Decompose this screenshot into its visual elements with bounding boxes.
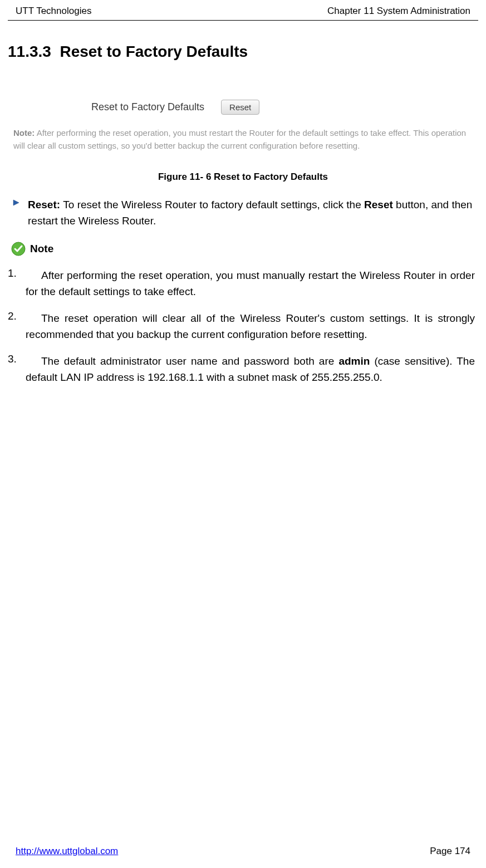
note-heading-row: Note bbox=[8, 242, 478, 256]
reset-label: Reset to Factory Defaults bbox=[91, 101, 204, 113]
note-label: Note bbox=[30, 243, 53, 255]
footer-link[interactable]: http://www.uttglobal.com bbox=[16, 846, 118, 857]
list-item: 1. After performing the reset operation,… bbox=[8, 267, 478, 300]
svg-marker-0 bbox=[13, 200, 19, 205]
header-divider bbox=[8, 20, 478, 21]
page-header: UTT Technologies Chapter 11 System Admin… bbox=[0, 0, 486, 20]
list-item: 2. The reset operation will clear all of… bbox=[8, 310, 478, 343]
embedded-screenshot: Reset to Factory Defaults Reset Note: Af… bbox=[8, 77, 478, 152]
screenshot-note: Note: After performing the reset operati… bbox=[13, 127, 473, 152]
page-number: Page 174 bbox=[430, 846, 470, 857]
bullet-t1: To reset the Wireless Router to factory … bbox=[63, 199, 364, 210]
note-body: After performing the reset operation, yo… bbox=[13, 128, 466, 150]
reset-row: Reset to Factory Defaults Reset bbox=[91, 100, 473, 115]
bullet-bold-1: Reset: bbox=[28, 199, 63, 210]
section-number: 11.3.3 bbox=[8, 43, 51, 60]
list-item: 3. The default administrator user name a… bbox=[8, 353, 478, 386]
bullet-bold-2: Reset bbox=[364, 199, 393, 210]
header-right: Chapter 11 System Administration bbox=[327, 6, 470, 17]
section-title: Reset to Factory Defaults bbox=[60, 43, 248, 60]
item3-bold: admin bbox=[338, 355, 370, 367]
item-text: The default administrator user name and … bbox=[26, 353, 475, 386]
item-text: The reset operation will clear all of th… bbox=[26, 310, 475, 343]
arrow-icon bbox=[12, 199, 20, 207]
item-text: After performing the reset operation, yo… bbox=[26, 267, 475, 300]
header-left: UTT Technologies bbox=[16, 6, 91, 17]
reset-button[interactable]: Reset bbox=[221, 100, 259, 115]
item3-t1: The default administrator user name and … bbox=[41, 355, 338, 367]
section-heading: 11.3.3 Reset to Factory Defaults bbox=[8, 43, 478, 61]
bullet-item: Reset: To reset the Wireless Router to f… bbox=[8, 197, 478, 229]
note-bold: Note: bbox=[13, 128, 35, 138]
bullet-text: Reset: To reset the Wireless Router to f… bbox=[28, 197, 474, 229]
check-icon bbox=[11, 242, 26, 256]
figure-caption: Figure 11- 6 Reset to Factory Defaults bbox=[8, 171, 478, 183]
page-footer: http://www.uttglobal.com Page 174 bbox=[0, 846, 486, 857]
